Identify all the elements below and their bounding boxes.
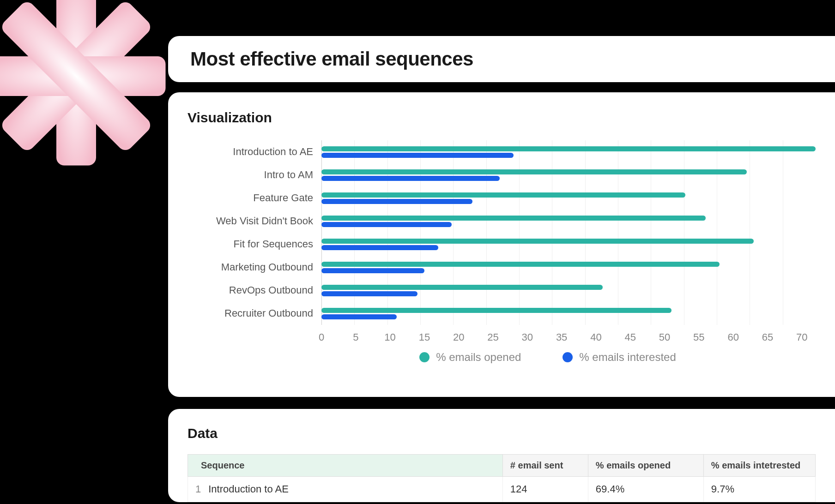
- bar-interested: [321, 291, 418, 296]
- x-tick: 0: [319, 331, 324, 343]
- decoration-asterisk: [0, 0, 175, 175]
- bar-opened: [321, 285, 603, 290]
- chart-row-label: Introduction to AE: [188, 146, 321, 158]
- col-interested: % emails intetrested: [703, 455, 815, 477]
- cell-interested: 9.7%: [703, 477, 815, 502]
- chart-row-label: Recruiter Outbound: [188, 307, 321, 319]
- chart-row: Introduction to AE: [188, 140, 816, 163]
- table-header-row: Sequence # email sent % emails opened % …: [188, 455, 816, 477]
- legend-item-opened: % emails opened: [419, 351, 521, 364]
- x-tick: 20: [453, 331, 464, 343]
- row-index: 1: [188, 477, 205, 502]
- x-tick: 40: [590, 331, 601, 343]
- bar-interested: [321, 314, 397, 319]
- chart-row: Fit for Sequences: [188, 233, 816, 256]
- x-tick: 15: [419, 331, 430, 343]
- chart-row: Marketing Outbound: [188, 256, 816, 279]
- x-tick: 45: [625, 331, 636, 343]
- chart-row-label: Feature Gate: [188, 192, 321, 204]
- table-row: 1Introduction to AE12469.4%9.7%: [188, 477, 816, 502]
- bar-opened: [321, 239, 754, 244]
- chart-row-label: RevOps Outbound: [188, 284, 321, 296]
- legend-item-interested: % emails interested: [563, 351, 676, 364]
- legend-dot-icon: [419, 352, 430, 362]
- chart-row-label: Marketing Outbound: [188, 261, 321, 273]
- chart-row: Intro to AM: [188, 163, 816, 186]
- chart-row-label: Intro to AM: [188, 169, 321, 181]
- bar-opened: [321, 192, 685, 198]
- visualization-heading: Visualization: [188, 110, 816, 126]
- cell-sent: 124: [502, 477, 588, 502]
- visualization-card: Visualization Introduction to AEIntro to…: [168, 92, 835, 397]
- chart-legend: % emails opened % emails interested: [280, 351, 816, 364]
- x-tick: 70: [796, 331, 807, 343]
- chart-row: RevOps Outbound: [188, 279, 816, 302]
- col-opened: % emails opened: [588, 455, 703, 477]
- bar-opened: [321, 216, 706, 221]
- x-tick: 65: [762, 331, 773, 343]
- chart-row: Web Visit Didn't Book: [188, 210, 816, 233]
- bar-opened: [321, 262, 720, 267]
- data-heading: Data: [188, 426, 816, 441]
- chart: Introduction to AEIntro to AMFeature Gat…: [188, 140, 816, 364]
- data-card: Data Sequence # email sent % emails open…: [168, 409, 835, 502]
- bar-interested: [321, 268, 424, 273]
- bar-interested: [321, 176, 500, 181]
- data-table: Sequence # email sent % emails opened % …: [188, 454, 816, 502]
- x-tick: 5: [353, 331, 358, 343]
- bar-interested: [321, 199, 472, 204]
- chart-row-label: Web Visit Didn't Book: [188, 215, 321, 227]
- bar-opened: [321, 146, 816, 151]
- cell-opened: 69.4%: [588, 477, 703, 502]
- chart-row: Feature Gate: [188, 186, 816, 210]
- x-tick: 25: [487, 331, 498, 343]
- bar-opened: [321, 308, 672, 313]
- x-tick: 30: [522, 331, 533, 343]
- x-tick: 50: [659, 331, 670, 343]
- legend-label: % emails interested: [579, 351, 676, 364]
- page-title: Most effective email sequences: [190, 48, 473, 70]
- x-tick: 10: [384, 331, 395, 343]
- chart-row-label: Fit for Sequences: [188, 238, 321, 250]
- col-sequence: Sequence: [188, 455, 503, 477]
- bar-interested: [321, 153, 514, 158]
- legend-label: % emails opened: [436, 351, 521, 364]
- bar-interested: [321, 222, 452, 227]
- bar-opened: [321, 169, 747, 174]
- cell-sequence: Introduction to AE: [205, 477, 502, 502]
- legend-dot-icon: [563, 352, 573, 362]
- x-tick: 60: [727, 331, 738, 343]
- col-sent: # email sent: [502, 455, 588, 477]
- bar-interested: [321, 245, 438, 250]
- title-card: Most effective email sequences: [168, 36, 835, 82]
- chart-row: Recruiter Outbound: [188, 302, 816, 325]
- x-tick: 55: [693, 331, 704, 343]
- x-tick: 35: [556, 331, 567, 343]
